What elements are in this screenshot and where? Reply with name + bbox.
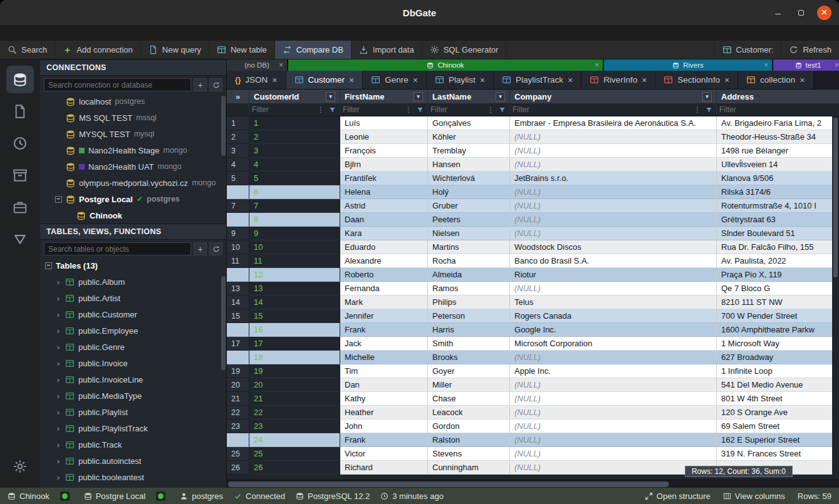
cell-firstname[interactable]: Eduardo — [340, 240, 428, 254]
cell-address[interactable]: Qe 7 Bloco G — [717, 282, 839, 296]
cell-lastname[interactable]: Almeida — [428, 268, 510, 282]
settings-button[interactable] — [6, 453, 34, 480]
cell-company[interactable]: (NULL) — [510, 185, 717, 199]
table-row[interactable]: 4 4 Bjſrn Hansen (NULL) Ullevĺlsveien 14 — [227, 158, 839, 172]
row-number[interactable]: 1 — [227, 116, 249, 130]
cell-customerid[interactable]: 14 — [249, 296, 340, 309]
cell-lastname[interactable]: Stevens — [428, 447, 510, 461]
cell-company[interactable]: Telus — [510, 296, 717, 309]
connection-item[interactable]: − MYSQL TEST ✓ mysql — [40, 126, 226, 142]
cell-address[interactable]: 1498 rue Bélanger — [717, 144, 839, 158]
filter-menu-icon[interactable]: ⋮ — [692, 105, 702, 115]
cell-address[interactable]: Klanova 9/506 — [717, 172, 839, 185]
cell-customerid[interactable]: 25 — [249, 447, 340, 461]
table-row[interactable]: 7 7 Astrid Gruber (NULL) Rotenturmstraße… — [227, 199, 839, 213]
table-row[interactable]: 20 20 Dan Miller (NULL) 541 Del Medio Av… — [227, 378, 839, 392]
cell-address[interactable]: Theodor-Heuss-Straße 34 — [717, 130, 839, 144]
close-icon[interactable]: × — [413, 75, 418, 85]
refresh-connections-button[interactable] — [209, 78, 222, 91]
close-icon[interactable]: × — [480, 75, 485, 85]
cell-lastname[interactable]: Wichterlová — [428, 172, 510, 185]
sidebar-item-filters[interactable] — [6, 225, 34, 253]
filter-input-lastname[interactable] — [430, 105, 484, 115]
table-row[interactable]: 22 22 Heather Leacock (NULL) 120 S Orang… — [227, 406, 839, 419]
row-number[interactable]: 5 — [227, 172, 249, 185]
cell-address[interactable]: 120 S Orange Ave — [717, 406, 839, 419]
import-data-button[interactable]: Import data — [352, 41, 422, 59]
row-number[interactable]: 24 — [227, 433, 249, 447]
cell-firstname[interactable]: Frank — [340, 433, 428, 447]
database-group-tab[interactable]: test1 × — [773, 59, 839, 71]
cell-company[interactable]: (NULL) — [510, 406, 717, 419]
connection-item[interactable]: − localhost ✓ postgres — [40, 93, 226, 110]
table-tree-item[interactable]: › public.Album — [40, 274, 226, 290]
close-icon[interactable]: × — [595, 61, 599, 69]
cell-lastname[interactable]: Gordon — [428, 419, 510, 433]
chevron-right-icon[interactable]: › — [55, 473, 61, 482]
cell-company[interactable]: (NULL) — [510, 447, 717, 461]
cell-lastname[interactable]: Rocha — [428, 254, 510, 268]
file-tab[interactable]: SectionInfo × — [655, 71, 738, 89]
row-number[interactable]: 19 — [227, 364, 249, 378]
table-tree-item[interactable]: › public.Employee — [40, 322, 226, 339]
cell-address[interactable]: Grétrystraat 63 — [717, 213, 839, 227]
close-icon[interactable]: × — [642, 75, 647, 85]
table-row[interactable]: 14 14 Mark Philips Telus 8210 111 ST NW — [227, 296, 839, 309]
cell-lastname[interactable]: Peeters — [428, 213, 510, 227]
cell-address[interactable]: 319 N. Frances Street — [717, 447, 839, 461]
cell-lastname[interactable]: Chase — [428, 392, 510, 406]
cell-customerid[interactable]: 5 — [249, 172, 340, 185]
cell-customerid[interactable]: 23 — [249, 419, 340, 433]
cell-company[interactable]: (NULL) — [510, 227, 717, 240]
table-tree-item[interactable]: › public.Invoice — [40, 355, 226, 371]
cell-firstname[interactable]: Leonie — [340, 130, 428, 144]
menu-item[interactable] — [19, 32, 33, 34]
cell-firstname[interactable]: Dan — [340, 378, 428, 392]
cell-company[interactable]: (NULL) — [510, 130, 717, 144]
chevron-right-icon[interactable]: › — [55, 424, 61, 433]
cell-customerid[interactable]: 9 — [249, 227, 340, 240]
cell-customerid[interactable]: 19 — [249, 364, 340, 378]
filter-funnel-icon[interactable] — [704, 105, 714, 115]
chevron-right-icon[interactable]: › — [55, 342, 61, 352]
connection-item[interactable]: − Nano2Health Stage ✓ mongo — [40, 142, 226, 158]
chevron-right-icon[interactable]: › — [55, 375, 61, 384]
cell-lastname[interactable]: Hansen — [428, 158, 510, 172]
cell-firstname[interactable]: Frantiľek — [340, 172, 428, 185]
cell-lastname[interactable]: Brooks — [428, 351, 510, 364]
add-connection-button[interactable]: + Add connection — [55, 41, 141, 59]
close-icon[interactable]: × — [349, 75, 354, 85]
connection-item[interactable]: − Nano2Health UAT ✓ mongo — [40, 158, 226, 175]
refresh-tables-button[interactable] — [209, 242, 222, 255]
row-number[interactable]: 21 — [227, 392, 249, 406]
database-group-tab[interactable]: (no DB) × — [227, 59, 287, 71]
cell-address[interactable]: Rua Dr. Falcão Filho, 155 — [717, 240, 839, 254]
cell-customerid[interactable]: 21 — [249, 392, 340, 406]
cell-company[interactable]: (NULL) — [510, 378, 717, 392]
cell-address[interactable]: Rotenturmstraße 4, 1010 I — [717, 199, 839, 213]
cell-lastname[interactable]: Ralston — [428, 433, 510, 447]
cell-customerid[interactable]: 6 — [249, 185, 340, 199]
filter-input-address[interactable] — [719, 105, 836, 115]
column-header-firstname[interactable]: FirstName ▾ — [340, 90, 428, 103]
cell-company[interactable]: (NULL) — [510, 433, 717, 447]
table-tree-item[interactable]: › public.PlaylistTrack — [40, 420, 226, 436]
row-number[interactable]: 7 — [227, 199, 249, 213]
table-row[interactable]: 16 16 Frank Harris Google Inc. 1600 Amph… — [227, 323, 839, 337]
sidebar-item-files[interactable] — [6, 98, 34, 125]
column-dropdown-icon[interactable]: ▾ — [414, 92, 423, 101]
cell-customerid[interactable]: 12 — [249, 268, 340, 282]
file-tab[interactable]: Customer × — [286, 71, 363, 89]
table-row[interactable]: 11 11 Alexandre Rocha Banco do Brasil S.… — [227, 254, 839, 268]
row-number[interactable]: 26 — [227, 461, 249, 475]
row-number[interactable]: 18 — [227, 351, 249, 364]
table-tree-item[interactable]: › public.Customer — [40, 306, 226, 322]
filter-menu-icon[interactable]: ⋮ — [316, 105, 326, 115]
connections-scrollbar[interactable] — [221, 96, 226, 156]
compare-db-button[interactable]: Compare DB — [275, 41, 352, 59]
filter-menu-icon[interactable]: ⋮ — [404, 105, 414, 115]
cell-customerid[interactable]: 18 — [249, 351, 340, 364]
table-row[interactable]: 9 9 Kara Nielsen (NULL) Sſnder Boulevard… — [227, 227, 839, 240]
chevron-right-icon[interactable]: › — [55, 440, 61, 450]
row-number[interactable]: 25 — [227, 447, 249, 461]
